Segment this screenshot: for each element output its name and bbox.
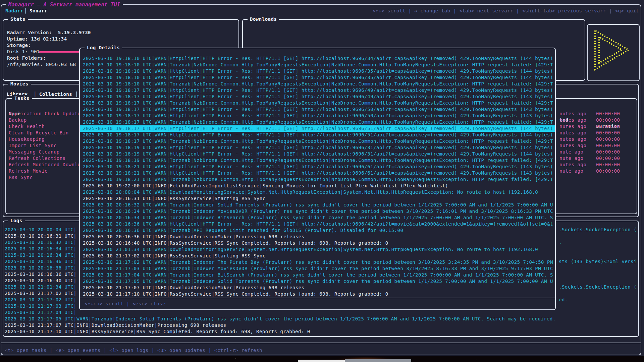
stats-line: Root Folders: [7, 55, 46, 61]
bottom-gray-strip [345, 359, 411, 362]
log-row: 2025-03-10 20:16:34 UTC| [5, 252, 76, 258]
task-executed: nute ago [559, 149, 583, 155]
log-row: 2025-03-10 21:17:04 UTC| [5, 309, 76, 316]
task-executed: nute ago [559, 155, 583, 162]
task-executed: nutes ago [559, 136, 586, 142]
task-executed: nutes ago [559, 123, 586, 130]
tab-sonarr[interactable]: Sonarr [30, 8, 48, 14]
log-detail-line[interactable]: 2025-03-10 21:17:03 UTC|WARN|Torznab|Ind… [80, 265, 555, 272]
task-duration: 00:00:00 [596, 111, 620, 117]
log-detail-line[interactable]: 2025-03-10 21:17:05 UTC|WARN|Torznab|Ind… [80, 278, 555, 285]
log-row-overflow-fragment: sts (143 bytes)<?xml versi [559, 258, 637, 265]
log-row: 2025-03-10 20:16:36 UTC| [5, 265, 76, 271]
task-duration: 00:00:00 [596, 162, 620, 168]
log-detail-line[interactable]: 2025-03-10 19:18:21 UTC|WARN|Torznab|Nzb… [80, 176, 555, 183]
app-title: Managarr — A Servarr management TUI [6, 2, 123, 8]
tab-radarr[interactable]: Radarr [5, 8, 23, 14]
stats-line: Radarr Version: 5.19.3.9730 [7, 29, 91, 36]
task-name: Check Health [9, 123, 45, 130]
log-row: 2025-03-10 21:17:02 UTC| [5, 290, 76, 297]
task-executed: nute ago [559, 168, 583, 174]
movies-tab-divider-1: │ [34, 91, 37, 98]
log-detail-line[interactable]: 2025-03-10 20:16:32 UTC|WARN|Torznab|Ind… [80, 202, 555, 208]
log-row: 2025-03-10 20:00:04 UTC| [5, 227, 76, 233]
task-executed: nutes ago [559, 117, 586, 123]
log-details-modal: Log Details 2025-03-10 19:18:10 UTC|WARN… [79, 48, 556, 310]
task-executed: nutes ago [559, 130, 586, 136]
log-detail-line[interactable]: 2025-03-10 19:18:17 UTC|WARN|HttpClient|… [80, 94, 555, 100]
downloads-panel-title: Downloads [248, 16, 279, 22]
log-detail-line[interactable]: 2025-03-10 21:01:34 UTC|WARN|DownloadMon… [80, 246, 555, 253]
tab-collections[interactable]: Collections [39, 91, 72, 98]
play-triangle-icon [592, 29, 636, 72]
log-detail-line[interactable]: 2025-03-10 20:16:36 UTC|INFO|DownloadDec… [80, 234, 555, 240]
log-row: 2025-03-10 20:16:40 UTC| [5, 278, 76, 284]
top-keybind-hints: <↑↓> scroll | ↔ change tab | <tab> next … [372, 8, 639, 14]
tab-divider: │ [24, 8, 27, 14]
log-detail-line[interactable]: 2025-03-10 19:18:10 UTC|WARN|HttpClient|… [80, 68, 555, 74]
stats-line: Uptime: 13d 02:11:34 [7, 36, 67, 42]
log-detail-line[interactable]: 2025-03-10 19:18:10 UTC|WARN|Torznab|Nzb… [80, 81, 555, 87]
log-detail-line[interactable]: 2025-03-10 19:18:17 UTC|WARN|Torznab|Nzb… [80, 138, 555, 144]
log-detail-line[interactable]: 2025-03-10 19:18:17 UTC|WARN|HttpClient|… [80, 113, 555, 119]
log-detail-line[interactable]: 2025-03-10 19:18:17 UTC|WARN|Torznab|Nzb… [80, 119, 555, 125]
log-detail-line[interactable]: 2025-03-10 19:18:17 UTC|WARN|HttpClient|… [80, 132, 555, 138]
log-detail-line[interactable]: 2025-03-10 21:17:10 UTC|INFO|RssSyncServ… [80, 291, 555, 297]
task-name: Backup [9, 117, 27, 123]
log-detail-line-selected[interactable]: 2025-03-10 19:18:17 UTC|WARN|HttpClient|… [80, 125, 555, 132]
log-detail-line[interactable]: 2025-03-10 20:16:40 UTC|INFO|RssSyncServ… [80, 240, 555, 246]
log-detail-line[interactable]: 2025-03-10 20:16:36 UTC|WARN|HttpClient|… [80, 221, 555, 227]
log-detail-line[interactable]: 2025-03-10 19:18:10 UTC|WARN|HttpClient|… [80, 55, 555, 62]
log-detail-line[interactable]: 2025-03-10 21:17:02 UTC|WARN|Torznab|Ind… [80, 259, 555, 265]
task-name: Refresh Movie [9, 168, 48, 174]
bottom-white-strip [298, 360, 345, 362]
task-executed: nutes ago [559, 111, 586, 117]
log-detail-line[interactable]: 2025-03-10 19:18:17 UTC|WARN|Torznab|Nzb… [80, 100, 555, 106]
log-detail-line[interactable]: 2025-03-10 19:18:17 UTC|WARN|HttpClient|… [80, 87, 555, 94]
task-name: Refresh Collections [9, 155, 66, 162]
log-row-overflow-fragment: .Sockets.SocketException ( [559, 227, 637, 233]
log-detail-line[interactable]: 2025-03-10 20:16:34 UTC|WARN|Torznab|Ind… [80, 208, 555, 215]
log-row: 2025-03-10 21:17:03 UTC| [5, 303, 76, 309]
log-detail-line[interactable]: 2025-03-10 19:18:21 UTC|WARN|HttpClient|… [80, 170, 555, 176]
log-detail-line[interactable]: 2025-03-10 21:17:02 UTC|INFO|RssSyncServ… [80, 253, 555, 259]
bottom-keybind-hints: <t> open tasks | <e> open events | <l> o… [5, 347, 262, 354]
task-executed: nutes ago [559, 162, 586, 168]
stats-line: /nfs/movies: 8056.03 GB f [7, 61, 82, 68]
log-detail-line[interactable]: 2025-03-10 19:18:19 UTC|WARN|HttpClient|… [80, 151, 555, 157]
log-detail-line[interactable]: 2025-03-10 20:16:31 UTC|INFO|RssSyncServ… [80, 195, 555, 202]
log-detail-line[interactable]: 2025-03-10 19:18:19 UTC|WARN|HttpClient|… [80, 144, 555, 151]
logo-panel [587, 24, 640, 81]
modal-footer-hints: <↑↓←→> scroll | <esc> close [85, 301, 165, 307]
log-row-overflow-fragment: .Sockets.SocketException ( [559, 284, 637, 290]
task-name: Housekeeping [9, 136, 45, 142]
task-duration: 00:00:00 [596, 123, 620, 130]
task-duration: 00:00:00 [596, 142, 620, 149]
log-detail-line[interactable]: 2025-03-10 20:00:04 UTC|WARN|DownloadMon… [80, 189, 555, 195]
log-detail-line[interactable]: 2025-03-10 19:18:10 UTC|WARN|HttpClient|… [80, 74, 555, 81]
log-row: 2025-03-10 21:01:34 UTC| [5, 284, 76, 290]
log-detail-line[interactable]: 2025-03-10 19:18:19 UTC|WARN|Torznab|Nzb… [80, 157, 555, 164]
log-row: 2025-03-10 20:16:36 UTC| [5, 271, 76, 278]
log-details-lines: 2025-03-10 19:18:10 UTC|WARN|HttpClient|… [80, 48, 555, 309]
log-detail-line[interactable]: 2025-03-10 19:18:17 UTC|WARN|HttpClient|… [80, 106, 555, 113]
task-name: Messaging Cleanup [9, 149, 60, 155]
log-row: 2025-03-10 20:16:32 UTC| [5, 239, 76, 246]
task-duration: 00:00:00 [596, 168, 620, 174]
log-detail-line[interactable]: 2025-03-10 20:16:34 UTC|WARN|Torznab|Ind… [80, 215, 555, 221]
task-name: Refresh Monitored Downlo [9, 162, 80, 168]
task-duration: 00:00:00 [596, 149, 620, 155]
log-detail-line[interactable]: 2025-03-10 20:16:36 UTC|WARN|Torznab|API… [80, 227, 555, 234]
log-detail-line[interactable]: 2025-03-10 19:22:00 UTC|INFO|FetchAndPar… [80, 183, 555, 189]
task-name: Import List Sync [9, 142, 57, 149]
log-detail-line[interactable]: 2025-03-10 19:18:21 UTC|WARN|HttpClient|… [80, 164, 555, 170]
log-detail-line[interactable]: 2025-03-10 21:17:07 UTC|INFO|DownloadDec… [80, 285, 555, 291]
task-duration: 00:00:00 [596, 136, 620, 142]
task-executed: nutes ago [559, 142, 586, 149]
task-duration: 00:00:00 [596, 130, 620, 136]
log-detail-line[interactable]: 2025-03-10 19:18:10 UTC|WARN|Torznab|Nzb… [80, 62, 555, 68]
log-detail-line[interactable]: 2025-03-10 21:17:04 UTC|WARN|Torznab|Ind… [80, 272, 555, 278]
log-row: 2025-03-10 20:16:31 UTC| [5, 233, 76, 239]
log-row-overflow-fragment: ed. [559, 297, 568, 303]
log-row: 2025-03-10 21:17:07 UTC|INFO|DownloadDec… [5, 322, 226, 328]
